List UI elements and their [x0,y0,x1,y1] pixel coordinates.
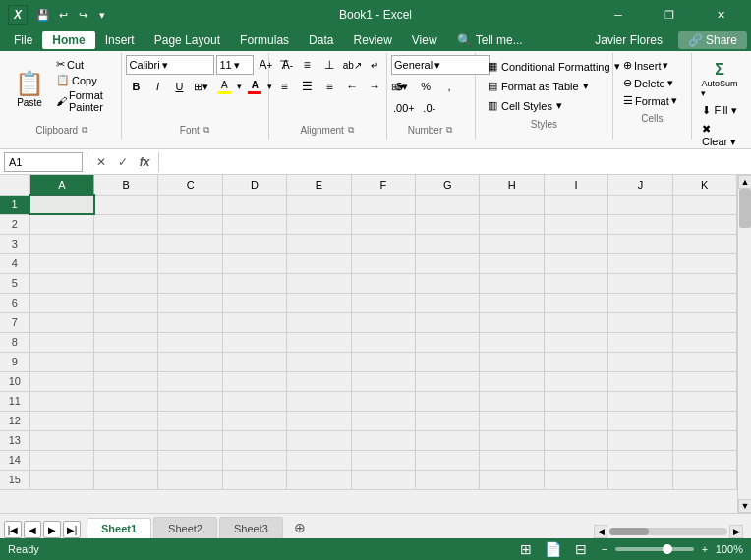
increase-decimal-button[interactable]: .00+ [391,98,417,118]
cell-H2[interactable] [480,214,544,234]
cell-H15[interactable] [480,470,544,489]
cell-C5[interactable] [158,273,222,293]
row-header-13[interactable]: 13 [0,430,29,450]
italic-button[interactable]: I [147,77,167,96]
cell-H1[interactable] [480,195,544,214]
zoom-thumb[interactable] [663,544,672,554]
cell-B2[interactable] [94,214,158,234]
cell-A10[interactable] [29,371,93,391]
cell-E4[interactable] [287,253,351,273]
cell-G9[interactable] [416,352,480,371]
cell-A4[interactable] [29,253,93,273]
cell-K7[interactable] [672,312,736,332]
clear-button[interactable]: ✖ Clear ▾ [698,121,741,150]
cell-C14[interactable] [158,450,222,470]
cell-A7[interactable] [29,312,93,332]
cell-I1[interactable] [544,195,607,214]
align-middle-button[interactable]: ≡ [296,55,318,75]
tab-next-button[interactable]: ▶ [43,521,61,538]
cell-A12[interactable] [29,411,93,430]
cell-F4[interactable] [351,253,415,273]
format-as-table-button[interactable]: ▤ Format as Table ▾ [482,77,607,95]
cell-H10[interactable] [480,371,544,391]
cell-G10[interactable] [416,371,480,391]
cell-I9[interactable] [544,352,607,371]
cell-H5[interactable] [480,273,544,293]
cell-styles-button[interactable]: ▥ Cell Styles ▾ [482,96,607,115]
row-header-6[interactable]: 6 [0,293,29,312]
share-button[interactable]: 🔗Share [678,31,747,49]
col-header-A[interactable]: A [29,175,93,195]
col-header-G[interactable]: G [416,175,480,195]
cell-I6[interactable] [544,293,607,312]
cell-E9[interactable] [287,352,351,371]
cell-H13[interactable] [480,430,544,450]
row-header-4[interactable]: 4 [0,253,29,273]
cell-F14[interactable] [351,450,415,470]
col-header-D[interactable]: D [222,175,286,195]
menu-tell-me[interactable]: 🔍Tell me... [447,31,533,49]
cell-D3[interactable] [222,234,286,253]
cell-D5[interactable] [222,273,286,293]
cell-D11[interactable] [222,391,286,411]
row-header-2[interactable]: 2 [0,214,29,234]
cell-H9[interactable] [480,352,544,371]
cell-J2[interactable] [608,214,672,234]
cell-F3[interactable] [351,234,415,253]
cell-C12[interactable] [158,411,222,430]
menu-view[interactable]: View [402,31,447,49]
col-header-J[interactable]: J [608,175,672,195]
redo-button[interactable]: ↪ [75,7,90,23]
cell-K8[interactable] [672,332,736,352]
cell-J15[interactable] [608,470,672,489]
save-button[interactable]: 💾 [35,7,51,23]
cell-K5[interactable] [672,273,736,293]
currency-button[interactable]: $▾ [391,77,413,96]
cell-A8[interactable] [29,332,93,352]
cut-button[interactable]: ✂ Cut [53,57,117,72]
cell-H8[interactable] [480,332,544,352]
cell-C7[interactable] [158,312,222,332]
formula-confirm-button[interactable]: ✓ [113,152,133,172]
cell-J9[interactable] [608,352,672,371]
percent-button[interactable]: % [415,77,436,96]
cell-G14[interactable] [416,450,480,470]
increase-indent-button[interactable]: → [364,77,385,96]
minimize-button[interactable]: ─ [596,0,641,29]
format-cells-button[interactable]: ☰ Format ▾ [619,92,685,109]
cell-D14[interactable] [222,450,286,470]
col-header-H[interactable]: H [480,175,544,195]
underline-button[interactable]: U [169,77,189,96]
cell-K1[interactable] [672,195,736,214]
cell-D6[interactable] [222,293,286,312]
cell-C4[interactable] [158,253,222,273]
align-center-button[interactable]: ☰ [296,77,318,96]
normal-view-button[interactable]: ⊞ [515,540,537,558]
cell-I8[interactable] [544,332,607,352]
cell-E15[interactable] [287,470,351,489]
font-color-button[interactable]: A [244,77,265,96]
conditional-formatting-button[interactable]: ▦ Conditional Formatting ▾ [482,57,607,76]
cell-G4[interactable] [416,253,480,273]
cell-B1[interactable] [94,195,158,214]
cell-F11[interactable] [351,391,415,411]
zoom-in-button[interactable]: + [698,542,712,556]
cell-H11[interactable] [480,391,544,411]
cell-J14[interactable] [608,450,672,470]
row-header-8[interactable]: 8 [0,332,29,352]
wrap-text-button[interactable]: ↵ [364,55,385,75]
cell-J7[interactable] [608,312,672,332]
cell-A3[interactable] [29,234,93,253]
autosum-button[interactable]: Σ AutoSum ▾ [697,59,741,100]
cell-K14[interactable] [672,450,736,470]
scroll-up-button[interactable]: ▲ [738,175,751,189]
cell-G11[interactable] [416,391,480,411]
cell-B14[interactable] [94,450,158,470]
cell-F15[interactable] [351,470,415,489]
cell-K6[interactable] [672,293,736,312]
col-header-I[interactable]: I [544,175,607,195]
cell-C15[interactable] [158,470,222,489]
align-right-button[interactable]: ≡ [318,77,340,96]
cell-G13[interactable] [416,430,480,450]
tab-prev-button[interactable]: ◀ [24,521,41,538]
